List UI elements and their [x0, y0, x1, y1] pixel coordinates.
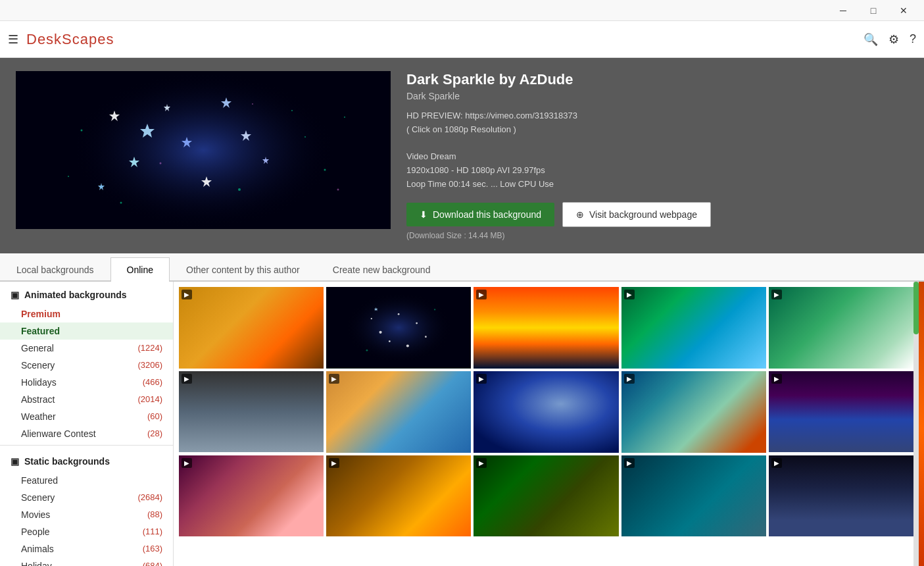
video-icon: ▶ — [184, 375, 189, 382]
sidebar-item-people-static[interactable]: People (111) — [0, 523, 173, 540]
video-badge: ▶ — [182, 290, 192, 299]
gallery-item[interactable]: ▶ — [179, 371, 324, 453]
gallery-item[interactable]: ▶ — [474, 371, 618, 453]
app-title: DeskScapes — [26, 31, 114, 48]
video-badge: ▶ — [182, 458, 192, 468]
sidebar: ▣ Animated backgrounds Premium Featured … — [0, 282, 174, 566]
maximize-button[interactable]: □ — [858, 0, 888, 21]
gallery-item[interactable]: ▶ — [621, 455, 766, 537]
gallery-item[interactable]: ▶ — [179, 455, 324, 537]
svg-point-14 — [324, 169, 326, 171]
video-icon: ▶ — [479, 459, 484, 467]
hamburger-icon[interactable]: ☰ — [8, 32, 18, 47]
preview-actions: ⬇ Download this background ⊕ Visit backg… — [406, 202, 908, 227]
svg-point-13 — [291, 110, 293, 111]
svg-point-15 — [68, 176, 69, 177]
gallery-item[interactable]: ▶ — [769, 371, 913, 453]
svg-point-19 — [344, 116, 345, 118]
tab-local-backgrounds[interactable]: Local backgrounds — [0, 257, 110, 282]
svg-point-26 — [398, 313, 400, 315]
svg-point-22 — [337, 189, 339, 191]
gallery-item[interactable]: ▶ — [326, 371, 471, 453]
gallery-item[interactable]: ▶ — [621, 371, 766, 453]
video-badge: ▶ — [329, 458, 339, 468]
sidebar-item-premium[interactable]: Premium — [0, 305, 173, 322]
visit-icon: ⊕ — [576, 209, 584, 220]
svg-point-20 — [160, 163, 162, 165]
sidebar-item-weather-animated[interactable]: Weather (60) — [0, 408, 173, 425]
svg-point-27 — [379, 331, 382, 334]
svg-point-34 — [434, 309, 435, 310]
video-icon: ▶ — [774, 375, 779, 382]
sidebar-item-scenery-static[interactable]: Scenery (2684) — [0, 489, 173, 506]
svg-point-31 — [371, 318, 372, 319]
video-badge: ▶ — [476, 458, 487, 468]
gallery-scrollbar-thumb[interactable] — [913, 282, 919, 334]
preview-image — [16, 71, 391, 229]
svg-point-16 — [238, 188, 241, 191]
video-badge: ▶ — [624, 374, 635, 384]
sidebar-item-scenery-animated[interactable]: Scenery (3206) — [0, 357, 173, 374]
download-size: (Download Size : 14.44 MB) — [406, 231, 908, 240]
svg-point-29 — [389, 340, 391, 342]
gallery-item[interactable]: ▶ — [326, 455, 471, 537]
help-icon[interactable]: ? — [910, 32, 916, 46]
tab-create-background[interactable]: Create new background — [316, 257, 447, 282]
titlebar: ─ □ ✕ — [0, 0, 924, 21]
main-content: ▣ Animated backgrounds Premium Featured … — [0, 282, 924, 566]
sidebar-item-abstract-animated[interactable]: Abstract (2014) — [0, 391, 173, 408]
minimize-button[interactable]: ─ — [828, 0, 858, 21]
svg-point-21 — [252, 103, 253, 105]
video-badge: ▶ — [624, 290, 635, 299]
sidebar-item-general-animated[interactable]: General (1224) — [0, 340, 173, 357]
gallery-item[interactable]: ▶ — [179, 287, 324, 369]
gallery-grid: ▶ ▶ — [179, 287, 913, 537]
settings-icon[interactable]: ⚙ — [888, 32, 899, 47]
gallery-item[interactable]: ▶ — [474, 287, 618, 369]
tabs-bar: Local backgrounds Online Other content b… — [0, 253, 924, 282]
svg-point-24 — [345, 292, 453, 364]
video-badge: ▶ — [476, 374, 487, 384]
sidebar-item-holidays-animated[interactable]: Holidays (466) — [0, 374, 173, 391]
sidebar-item-movies-static[interactable]: Movies (88) — [0, 506, 173, 523]
gallery-scrollbar-track[interactable] — [913, 282, 919, 566]
video-icon: ▶ — [184, 459, 189, 467]
static-icon: ▣ — [11, 456, 19, 467]
tab-online[interactable]: Online — [110, 257, 170, 282]
video-icon: ▶ — [774, 291, 779, 298]
svg-point-28 — [416, 322, 418, 324]
right-accent — [919, 282, 924, 566]
svg-point-33 — [366, 349, 368, 351]
search-icon[interactable]: 🔍 — [863, 32, 878, 47]
static-section-header: ▣ Static backgrounds — [0, 448, 173, 472]
video-badge: ▶ — [771, 290, 782, 299]
gallery-item[interactable]: ▶ — [769, 455, 913, 537]
sidebar-item-featured-animated[interactable]: Featured — [0, 322, 173, 340]
video-badge: ▶ — [476, 290, 487, 299]
video-badge: ▶ — [771, 458, 782, 468]
gallery-item-selected[interactable]: ▶ — [326, 287, 471, 369]
gallery-item[interactable]: ▶ — [769, 287, 913, 369]
animated-section-header: ▣ Animated backgrounds — [0, 282, 173, 305]
sidebar-item-featured-static[interactable]: Featured — [0, 472, 173, 489]
video-badge: ▶ — [182, 374, 192, 384]
sidebar-item-holiday-static[interactable]: Holiday (684) — [0, 557, 173, 566]
svg-point-18 — [120, 202, 122, 204]
sidebar-item-animals-static[interactable]: Animals (163) — [0, 540, 173, 557]
gallery-item[interactable]: ▶ — [474, 455, 618, 537]
download-button[interactable]: ⬇ Download this background — [406, 203, 554, 226]
video-icon: ▶ — [627, 291, 632, 298]
tab-other-content[interactable]: Other content by this author — [170, 257, 316, 282]
svg-point-12 — [81, 130, 83, 132]
visit-button[interactable]: ⊕ Visit background webpage — [562, 202, 711, 227]
close-button[interactable]: ✕ — [888, 0, 919, 21]
sidebar-divider — [0, 445, 173, 446]
gallery-item[interactable]: ▶ — [621, 287, 766, 369]
animated-icon: ▣ — [11, 290, 19, 300]
preview-desc: HD PREVIEW: https://vimeo.com/319318373 … — [406, 109, 908, 192]
preview-subtitle: Dark Sparkle — [406, 91, 908, 101]
sidebar-item-alienware-animated[interactable]: Alienware Contest (28) — [0, 425, 173, 442]
video-icon: ▶ — [627, 459, 632, 467]
video-icon: ▶ — [184, 291, 189, 298]
video-icon: ▶ — [331, 459, 337, 467]
